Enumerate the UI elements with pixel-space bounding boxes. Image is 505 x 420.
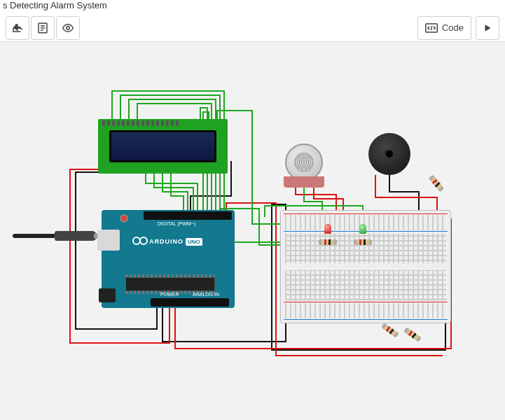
resistor-4[interactable] [381,323,399,337]
share-button[interactable] [6,16,29,40]
arduino-digital-label: DIGITAL (PWM~) [158,221,195,226]
toolbar: Code [0,14,505,42]
power-cable[interactable] [13,231,97,241]
code-button-label: Code [442,22,464,33]
gas-sensor[interactable] [285,144,323,181]
resistor-5[interactable] [403,327,422,342]
project-title: s Detecting Alarm System [0,0,505,14]
code-button[interactable]: Code [417,16,471,40]
svg-point-1 [67,26,70,29]
arduino-atmega-chip [125,277,215,291]
arduino-power-label: POWER [160,292,179,297]
notes-button[interactable] [31,16,55,40]
play-icon [483,23,492,33]
lcd-display[interactable] [98,119,228,174]
arduino-analog-label: ANALOG IN [193,292,219,297]
arduino-reset-button[interactable] [120,214,128,223]
gas-sensor-base [284,176,324,188]
led-red[interactable] [324,224,331,234]
led-green[interactable] [359,224,366,234]
visibility-button[interactable] [56,16,80,40]
resistor-1[interactable] [319,239,337,245]
code-icon [425,23,438,33]
simulate-button[interactable] [476,16,499,40]
arduino-uno[interactable]: DIGITAL (PWM~) ARDUINO UNO POWER ANALOG … [102,210,235,308]
arduino-power-analog-header[interactable] [151,298,229,307]
note-icon [36,22,49,34]
arduino-barrel-jack [99,288,116,302]
piezo-buzzer[interactable] [368,133,410,175]
eye-icon [61,22,75,34]
resistor-2[interactable] [354,239,372,245]
lcd-screen [109,130,216,162]
share-arrow-icon [11,22,24,34]
resistor-3[interactable] [429,174,445,192]
arduino-brand: ARDUINO [149,238,184,245]
circuit-canvas[interactable]: DIGITAL (PWM~) ARDUINO UNO POWER ANALOG … [0,42,505,420]
breadboard-rail-bottom [285,303,446,318]
arduino-model: UNO [186,238,202,246]
arduino-digital-header[interactable] [144,211,232,220]
arduino-usb-port [97,230,120,251]
